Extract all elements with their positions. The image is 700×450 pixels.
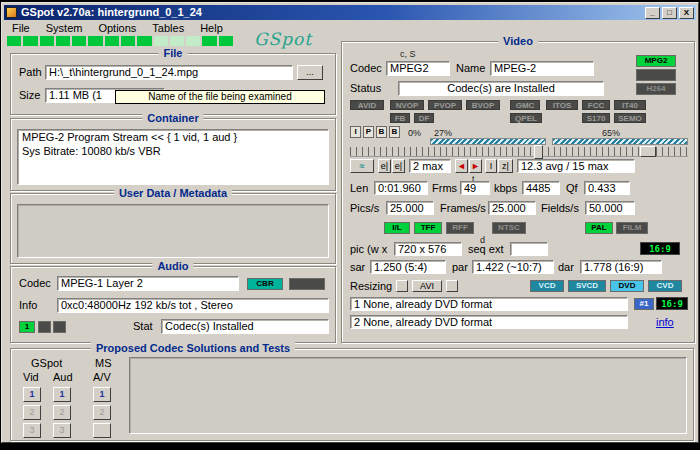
zoom-i-button[interactable]: z| (498, 159, 513, 173)
menu-file[interactable]: File (4, 21, 38, 35)
close-button[interactable]: X (679, 7, 694, 19)
kbps-label: kbps (494, 181, 517, 195)
video-flag: S170 (582, 113, 610, 123)
path-field[interactable]: H:\_t\hintergrund_0_1_24.mpg (45, 65, 293, 80)
resize-plus-button[interactable] (446, 280, 458, 292)
qf-label: Qf (566, 181, 578, 195)
test-output-panel (129, 357, 687, 434)
fields-label: Fields/s (541, 201, 579, 215)
file-group: File Path H:\_t\hintergrund_0_1_24.mpg .… (10, 53, 336, 115)
frms-field: 49 (460, 181, 490, 195)
dar-field: 1.778 (16:9) (580, 260, 662, 274)
frame-type-b1: B (376, 126, 387, 138)
sar-field: 1.250 (5:4) (370, 260, 446, 274)
maximize-button[interactable]: □ (662, 7, 677, 19)
audio-info-field: 0xc0:48000Hz 192 kb/s tot , Stereo (57, 298, 329, 313)
vcd-indicator: VCD (530, 280, 564, 292)
audio-codec-label: Codec (19, 276, 51, 290)
progress-segment (88, 36, 102, 46)
menu-help[interactable]: Help (192, 21, 231, 35)
browse-button[interactable]: ... (297, 65, 323, 80)
cs-section-label: c, S (400, 49, 416, 59)
pics-field: 25.000 (386, 201, 434, 215)
video-status-field: Codec(s) are Installed (398, 81, 604, 96)
ms-column-label: MS (95, 356, 112, 370)
gspot-window: GSpot v2.70a: hintergrund_0_1_24 _ □ X F… (1, 2, 699, 443)
audio-stat-field: Codec(s) Installed (161, 319, 329, 334)
ms-av-test-3-slot (93, 423, 111, 438)
resize-1-indicator: #1 (634, 298, 654, 310)
container-line2: Sys Bitrate: 10080 kb/s VBR (18, 144, 328, 158)
solutions-group-title: Proposed Codec Solutions and Tests (91, 341, 295, 355)
frms-label: Frms (432, 181, 457, 195)
gspot-aud-test-3-button[interactable]: 3 (53, 423, 71, 438)
video-flag: PVOP (428, 100, 462, 110)
progress-segment (40, 36, 54, 46)
arrow-right-button[interactable]: ► (469, 159, 482, 173)
codec-indicator-3: H264 (636, 83, 676, 95)
menu-tables[interactable]: Tables (144, 21, 192, 35)
userdata-group-title: User Data / Metadata (114, 186, 232, 200)
menu-system[interactable]: System (38, 21, 91, 35)
video-group-title: Video (498, 34, 538, 48)
video-flag: SEMO (614, 113, 646, 123)
frames-field: 25.000 (488, 201, 536, 215)
pal-indicator: PAL (585, 222, 613, 234)
cbr-indicator: CBR (247, 278, 283, 290)
slider-thumb[interactable] (534, 145, 543, 159)
info-link[interactable]: info (656, 315, 674, 329)
frame-ruler (350, 147, 688, 157)
video-flag: IT40 (614, 100, 646, 110)
resize-minus-button[interactable] (396, 280, 408, 292)
sar-label: sar (350, 260, 365, 274)
arrow-left-button[interactable]: ◄ (455, 159, 468, 173)
gspot-aud-test-2-button[interactable]: 2 (53, 405, 71, 420)
titlebar[interactable]: GSpot v2.70a: hintergrund_0_1_24 _ □ X (4, 5, 696, 20)
file-group-title: File (159, 46, 188, 60)
svcd-indicator: SVCD (568, 280, 606, 292)
step-back-button[interactable]: e| (378, 159, 391, 173)
minimize-button[interactable]: _ (645, 7, 660, 19)
menu-options[interactable]: Options (90, 21, 144, 35)
range-marker[interactable] (640, 146, 656, 157)
kbps-field: 4485 (522, 181, 560, 195)
container-group: Container MPEG-2 Program Stream << { 1 v… (10, 118, 336, 191)
app-icon (6, 7, 17, 18)
audio-indicator-2 (38, 321, 51, 333)
userdata-group: User Data / Metadata (10, 193, 336, 264)
ms-av-test-2-button[interactable]: 2 (93, 405, 111, 420)
progress-segment (121, 36, 135, 46)
ms-av-test-1-button[interactable]: 1 (93, 387, 111, 402)
gspot-vid-test-2-button[interactable]: 2 (23, 405, 41, 420)
resizing-label: Resizing (350, 279, 392, 293)
dar-led: 16:9 (640, 242, 680, 255)
resize-option-1-field: 1 None, already DVD format (350, 297, 628, 311)
avi-button[interactable]: AVI (412, 280, 442, 292)
rff-indicator: RFF (446, 222, 474, 234)
waveform-button[interactable]: ≈ (350, 159, 374, 173)
frame-type-p: P (363, 126, 374, 138)
video-flag: BVOP (466, 100, 500, 110)
progress-segment (56, 36, 70, 46)
video-codec-label: Codec (350, 61, 382, 75)
progress-segment (72, 36, 86, 46)
resize-option-2-field: 2 None, already DVD format (350, 315, 628, 329)
cvd-indicator: CVD (648, 280, 682, 292)
video-flag: NVOP (390, 100, 424, 110)
gspot-aud-test-1-button[interactable]: 1 (53, 387, 71, 402)
video-group: Video c, S Codec MPEG2 Name MPEG-2 MPG2 … (341, 41, 695, 343)
i-frame-button[interactable]: I (485, 159, 497, 173)
video-flag: FCC (582, 100, 610, 110)
path-label: Path (19, 65, 42, 79)
frames-label: Frames/s (440, 201, 486, 215)
size-label: Size (19, 88, 40, 102)
pct-i: 0% (408, 128, 421, 138)
step-forward-button[interactable]: e| (392, 159, 405, 173)
gspot-vid-test-1-button[interactable]: 1 (23, 387, 41, 402)
audio-codec-field: MPEG-1 Layer 2 (57, 276, 239, 291)
gspot-column-label: GSpot (31, 356, 62, 370)
pct-b: 65% (602, 128, 620, 138)
frame-type-b2: B (389, 126, 400, 138)
gspot-vid-test-3-button[interactable]: 3 (23, 423, 41, 438)
seqext-label: seq ext (468, 242, 503, 256)
